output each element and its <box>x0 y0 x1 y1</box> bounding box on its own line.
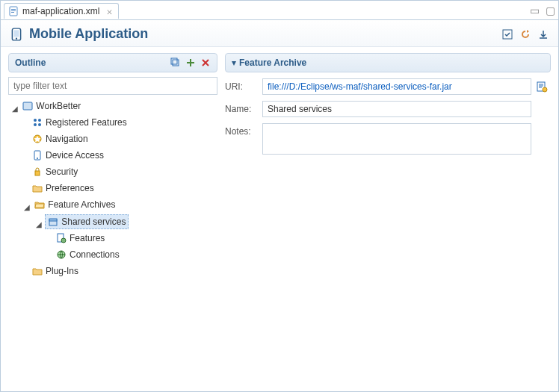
app-root-icon <box>22 101 33 111</box>
device-access-icon <box>32 150 43 161</box>
tree-node-preferences[interactable]: Preferences <box>31 181 96 195</box>
svg-rect-8 <box>173 60 179 66</box>
svg-rect-2 <box>11 10 16 11</box>
tree-node-feature-archives[interactable]: Feature Archives <box>33 198 117 211</box>
add-icon[interactable] <box>185 57 196 68</box>
features-icon <box>32 117 43 128</box>
uri-field[interactable] <box>262 78 531 95</box>
browse-file-icon[interactable] <box>536 81 548 93</box>
name-field[interactable] <box>262 101 531 117</box>
validate-icon[interactable] <box>501 28 513 40</box>
svg-rect-10 <box>23 102 32 110</box>
xml-file-icon <box>9 6 19 16</box>
tab-bar: maf-application.xml ⨉ ▭ ▢ <box>1 1 558 20</box>
tree-node-archive-features[interactable]: Features <box>55 231 106 245</box>
tree-node-plugins[interactable]: Plug-Ins <box>31 264 80 278</box>
section-twist-icon[interactable]: ▾ <box>232 57 236 68</box>
connections-icon <box>56 249 67 260</box>
svg-point-12 <box>38 119 41 122</box>
feature-child-icon <box>56 233 67 243</box>
twist-icon[interactable]: ◢ <box>11 102 19 116</box>
label-notes: Notes: <box>225 123 258 137</box>
tree-node-navigation[interactable]: Navigation <box>31 132 90 146</box>
svg-rect-5 <box>14 30 19 37</box>
editor-title-text: Mobile Application <box>29 26 148 42</box>
folder-open-icon <box>34 199 45 210</box>
svg-point-6 <box>16 37 17 39</box>
svg-point-13 <box>34 123 37 126</box>
svg-point-22 <box>61 238 66 243</box>
editor-toolbar <box>501 28 549 40</box>
tree-node-device-access[interactable]: Device Access <box>31 149 105 162</box>
svg-point-25 <box>543 87 547 92</box>
svg-rect-18 <box>35 171 40 175</box>
deploy-icon[interactable] <box>537 28 549 40</box>
mobile-app-icon <box>10 28 23 41</box>
svg-rect-1 <box>11 9 16 10</box>
tree-node-security[interactable]: Security <box>31 165 79 178</box>
editor-header: Mobile Application <box>1 20 558 47</box>
outline-title: Outline <box>15 57 46 68</box>
outline-header: Outline <box>8 53 217 72</box>
delete-icon[interactable] <box>200 57 211 68</box>
tree-node-workbetter[interactable]: WorkBetter <box>21 99 82 113</box>
navigation-icon <box>32 134 43 144</box>
copy-icon[interactable] <box>170 57 181 68</box>
twist-icon[interactable]: ◢ <box>23 201 31 214</box>
tree-node-registered-features[interactable]: Registered Features <box>31 116 129 129</box>
tree-node-archive-connections[interactable]: Connections <box>55 248 121 261</box>
minimize-button[interactable]: ▭ <box>530 4 540 16</box>
svg-point-11 <box>34 119 37 122</box>
tree-node-shared-services[interactable]: Shared services <box>45 214 129 229</box>
editor-tab[interactable]: maf-application.xml ⨉ <box>4 3 119 19</box>
twist-icon[interactable]: ◢ <box>35 218 43 231</box>
svg-rect-20 <box>49 219 57 221</box>
outline-tree: ◢ WorkBetter ◢Registered Features ◢Navig… <box>8 99 217 281</box>
folder-icon <box>32 266 43 276</box>
form-section-title: Feature Archive <box>239 57 306 68</box>
label-uri: URI: <box>225 78 258 92</box>
security-icon <box>32 167 43 177</box>
svg-rect-3 <box>11 12 14 13</box>
folder-icon <box>32 183 43 193</box>
outline-filter-input[interactable] <box>8 77 217 95</box>
form-panel: ▾ Feature Archive URI: Name: Notes: <box>225 53 551 381</box>
archive-icon <box>48 217 58 227</box>
editor-tab-label: maf-application.xml <box>22 6 99 16</box>
outline-panel: Outline ◢ WorkBetter ◢Registered Feature… <box>8 53 217 381</box>
refresh-icon[interactable] <box>519 28 531 40</box>
svg-point-14 <box>38 123 41 126</box>
label-name: Name: <box>225 101 258 114</box>
svg-rect-9 <box>171 58 177 64</box>
tab-close-icon[interactable]: ⨉ <box>107 6 112 16</box>
maximize-button[interactable]: ▢ <box>546 4 555 16</box>
notes-field[interactable] <box>262 123 531 155</box>
form-header[interactable]: ▾ Feature Archive <box>225 53 551 72</box>
svg-point-17 <box>37 158 38 159</box>
